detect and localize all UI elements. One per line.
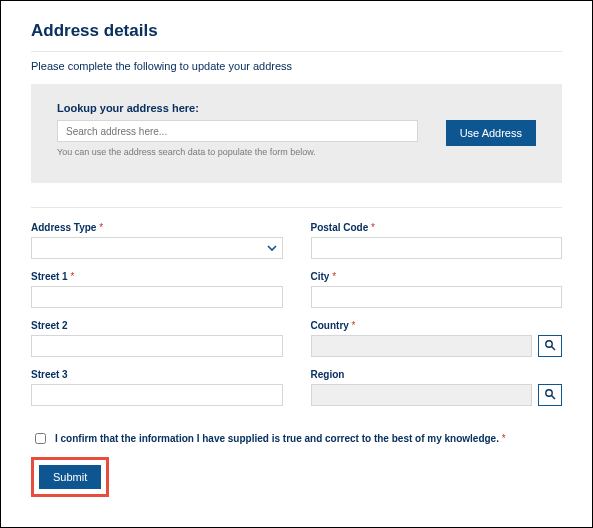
divider-top xyxy=(31,51,562,52)
required-marker: * xyxy=(329,271,336,282)
svg-point-2 xyxy=(546,389,552,395)
field-region: Region xyxy=(311,369,563,406)
submit-highlight: Submit xyxy=(31,457,109,497)
page-title: Address details xyxy=(31,21,562,41)
address-type-label: Address Type xyxy=(31,222,96,233)
address-lookup-panel: Lookup your address here: You can use th… xyxy=(31,84,562,183)
field-address-type: Address Type * xyxy=(31,222,283,259)
address-details-form: Address details Please complete the foll… xyxy=(0,0,593,528)
street2-label: Street 2 xyxy=(31,320,68,331)
city-input[interactable] xyxy=(311,286,563,308)
instruction-text: Please complete the following to update … xyxy=(31,60,562,72)
field-country: Country * xyxy=(311,320,563,357)
svg-line-3 xyxy=(552,395,556,399)
svg-point-0 xyxy=(546,340,552,346)
required-marker: * xyxy=(68,271,75,282)
divider-mid xyxy=(31,207,562,208)
region-label: Region xyxy=(311,369,345,380)
required-marker: * xyxy=(349,320,356,331)
confirm-checkbox[interactable] xyxy=(35,433,46,444)
city-label: City xyxy=(311,271,330,282)
search-icon xyxy=(544,339,556,354)
lookup-hint: You can use the address search data to p… xyxy=(57,147,418,157)
region-lookup-button[interactable] xyxy=(538,384,562,406)
country-input[interactable] xyxy=(311,335,533,357)
street3-input[interactable] xyxy=(31,384,283,406)
street1-input[interactable] xyxy=(31,286,283,308)
field-street1: Street 1 * xyxy=(31,271,283,308)
postal-code-label: Postal Code xyxy=(311,222,369,233)
use-address-button[interactable]: Use Address xyxy=(446,120,536,146)
required-marker: * xyxy=(499,433,506,444)
lookup-label: Lookup your address here: xyxy=(57,102,536,114)
address-type-select[interactable] xyxy=(31,237,283,259)
region-input[interactable] xyxy=(311,384,533,406)
required-marker: * xyxy=(368,222,375,233)
required-marker: * xyxy=(96,222,103,233)
submit-button[interactable]: Submit xyxy=(39,465,101,489)
field-street2: Street 2 xyxy=(31,320,283,357)
postal-code-input[interactable] xyxy=(311,237,563,259)
street1-label: Street 1 xyxy=(31,271,68,282)
confirm-label: I confirm that the information I have su… xyxy=(55,433,499,444)
search-icon xyxy=(544,388,556,403)
field-postal-code: Postal Code * xyxy=(311,222,563,259)
svg-line-1 xyxy=(552,346,556,350)
field-city: City * xyxy=(311,271,563,308)
street3-label: Street 3 xyxy=(31,369,68,380)
address-search-input[interactable] xyxy=(57,120,418,142)
confirm-row: I confirm that the information I have su… xyxy=(31,430,562,447)
street2-input[interactable] xyxy=(31,335,283,357)
field-street3: Street 3 xyxy=(31,369,283,406)
country-lookup-button[interactable] xyxy=(538,335,562,357)
address-fields-grid: Address Type * Postal Code * Street 1 * xyxy=(31,222,562,406)
country-label: Country xyxy=(311,320,349,331)
